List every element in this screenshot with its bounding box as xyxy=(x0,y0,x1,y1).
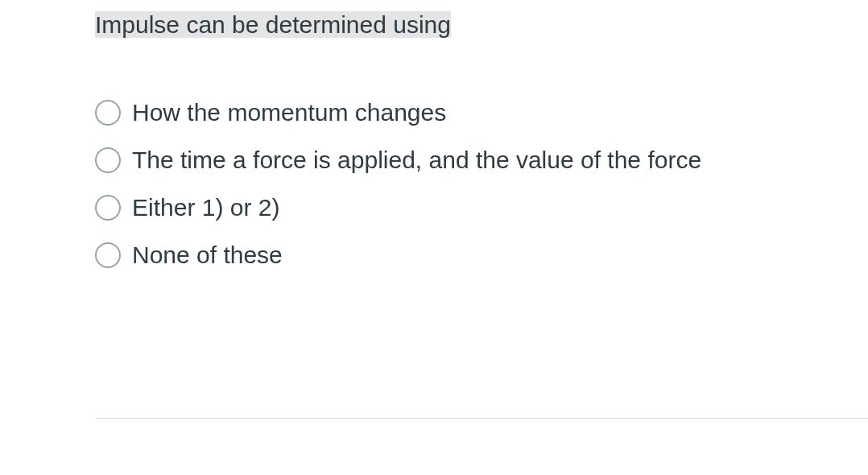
divider xyxy=(95,418,868,419)
radio-icon xyxy=(95,195,121,221)
radio-icon xyxy=(95,242,121,268)
option-label: How the momentum changes xyxy=(132,97,446,128)
option-label: The time a force is applied, and the val… xyxy=(132,144,701,176)
option-1[interactable]: How the momentum changes xyxy=(95,97,868,128)
radio-icon xyxy=(95,147,121,173)
question-text: Impulse can be determined using xyxy=(95,11,451,38)
option-label: None of these xyxy=(132,239,283,271)
option-3[interactable]: Either 1) or 2) xyxy=(95,192,868,223)
options-group: How the momentum changes The time a forc… xyxy=(95,97,868,271)
radio-icon xyxy=(95,100,121,126)
option-4[interactable]: None of these xyxy=(95,239,868,271)
option-2[interactable]: The time a force is applied, and the val… xyxy=(95,144,868,176)
option-label: Either 1) or 2) xyxy=(132,192,279,223)
question-container: Impulse can be determined using How the … xyxy=(0,0,868,271)
